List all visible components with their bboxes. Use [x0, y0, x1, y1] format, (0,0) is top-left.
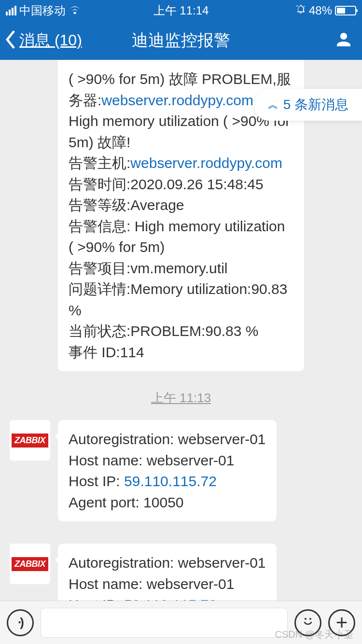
new-messages-banner[interactable]: ︽ 5 条新消息 — [254, 89, 362, 121]
banner-text: 5 条新消息 — [283, 96, 348, 114]
sound-wave-icon: ·) — [18, 615, 23, 630]
voice-input-button[interactable]: ·) — [7, 609, 34, 636]
avatar[interactable]: ZABBIX — [10, 420, 50, 461]
wifi-icon — [69, 4, 81, 17]
message-input[interactable] — [41, 608, 288, 638]
status-bar: 中国移动 上午 11:14 48% — [0, 0, 362, 21]
status-time: 上午 11:14 — [153, 3, 209, 18]
message-row: ZABBIX Autoregistration: webserver-01Hos… — [0, 540, 362, 601]
back-label: 消息 (10) — [19, 30, 82, 51]
signal-icon — [6, 6, 16, 15]
status-right: 48% — [295, 4, 356, 17]
chat-area[interactable]: ︽ 5 条新消息 ( >90% for 5m) 故障 PROBLEM,服务器:w… — [0, 60, 362, 601]
avatar[interactable]: ZABBIX — [10, 544, 50, 584]
nav-bar: 消息 (10) 迪迪监控报警 — [0, 21, 362, 60]
chevron-up-icon: ︽ — [268, 98, 278, 112]
battery-pct: 48% — [309, 4, 332, 17]
zabbix-logo: ZABBIX — [12, 557, 48, 571]
svg-point-0 — [305, 618, 306, 620]
chevron-left-icon — [4, 30, 17, 51]
message-bubble[interactable]: Autoregistration: webserver-01Host name:… — [58, 420, 277, 521]
page-title: 迪迪监控报警 — [132, 29, 230, 52]
alarm-icon — [295, 4, 306, 17]
watermark: CSDN @冬天小圣 — [275, 628, 353, 641]
message-bubble[interactable]: Autoregistration: webserver-01Host name:… — [58, 544, 277, 601]
battery-icon — [335, 6, 356, 15]
svg-point-1 — [309, 618, 311, 620]
profile-button[interactable] — [334, 30, 353, 51]
timestamp: 上午 11:13 — [0, 390, 362, 406]
message-row: ZABBIX Autoregistration: webserver-01Hos… — [0, 416, 362, 525]
status-left: 中国移动 — [6, 3, 81, 18]
carrier-label: 中国移动 — [19, 3, 66, 18]
back-button[interactable]: 消息 (10) — [4, 30, 82, 51]
zabbix-logo: ZABBIX — [12, 434, 48, 448]
